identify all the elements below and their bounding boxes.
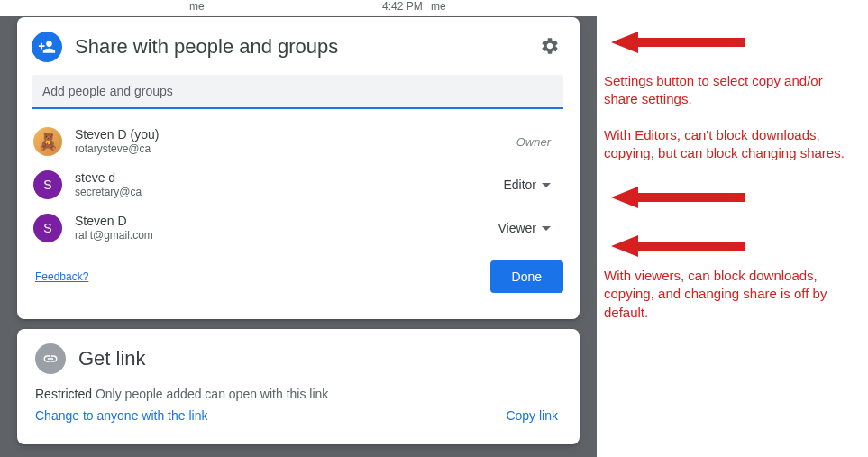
person-name: Steven D (you) — [75, 126, 516, 142]
person-name: steve d — [75, 169, 496, 186]
arrow-icon — [611, 233, 746, 260]
person-email: ral t@gmail.com — [75, 229, 490, 243]
copy-link-button[interactable]: Copy link — [506, 408, 558, 423]
svg-marker-1 — [611, 187, 745, 208]
role-selector-editor[interactable]: Editor — [496, 174, 558, 196]
person-name: Steven D — [75, 213, 490, 229]
settings-button[interactable] — [540, 36, 562, 58]
share-footer: Feedback? Done — [32, 260, 572, 293]
link-actions: Change to anyone with the link Copy link — [35, 408, 562, 423]
change-access-link[interactable]: Change to anyone with the link — [35, 408, 207, 423]
link-body: Restricted Only people added can open wi… — [35, 387, 562, 423]
person-row-viewer: S Steven D ral t@gmail.com Viewer — [32, 206, 572, 250]
add-people-row — [32, 75, 569, 109]
arrow-icon — [611, 29, 746, 56]
link-icon — [35, 343, 66, 374]
role-label: Editor — [503, 178, 536, 192]
avatar: 🧸 — [33, 127, 62, 156]
person-info: Steven D ral t@gmail.com — [75, 213, 490, 243]
arrow-icon — [611, 184, 746, 211]
person-email: secretary@ca — [75, 186, 496, 200]
svg-marker-0 — [611, 32, 745, 53]
person-row-owner: 🧸 Steven D (you) rotarysteve@ca Owner — [32, 120, 572, 163]
link-header: Get link — [35, 343, 562, 374]
background-email-row: me 4:42 PM me — [0, 0, 597, 16]
restricted-desc: Only people added can open with this lin… — [96, 387, 328, 401]
gear-icon — [540, 36, 560, 56]
person-email: rotarysteve@ca — [75, 142, 516, 157]
link-title: Get link — [78, 347, 562, 370]
bg-time: 4:42 PM — [382, 0, 423, 13]
share-dialog: Share with people and groups 🧸 Steven D … — [17, 17, 580, 319]
owner-label: Owner — [516, 135, 551, 149]
role-selector-viewer[interactable]: Viewer — [490, 217, 558, 239]
person-info: Steven D (you) rotarysteve@ca — [75, 126, 516, 157]
bg-me: me — [431, 0, 446, 13]
role-label: Viewer — [498, 221, 536, 235]
share-header: Share with people and groups — [32, 32, 572, 62]
annotation-editors: With Editors, can't block downloads, cop… — [604, 126, 865, 163]
avatar: S — [33, 170, 62, 199]
share-title: Share with people and groups — [75, 35, 540, 59]
person-info: steve d secretary@ca — [75, 169, 496, 200]
svg-marker-2 — [611, 235, 745, 257]
get-link-card: Get link Restricted Only people added ca… — [17, 329, 580, 444]
done-button[interactable]: Done — [490, 260, 563, 293]
feedback-link[interactable]: Feedback? — [35, 270, 88, 283]
restricted-label: Restricted — [35, 387, 92, 401]
bg-sender: me — [189, 0, 205, 13]
link-status: Restricted Only people added can open wi… — [35, 387, 562, 401]
person-add-icon — [32, 32, 62, 62]
chevron-down-icon — [542, 183, 551, 187]
annotation-settings: Settings button to select copy and/or sh… — [604, 72, 856, 109]
annotation-viewers: With viewers, can block downloads, copyi… — [604, 267, 865, 322]
add-people-input[interactable] — [32, 75, 563, 109]
person-row-editor: S steve d secretary@ca Editor — [32, 163, 572, 206]
avatar: S — [33, 214, 62, 242]
chevron-down-icon — [542, 226, 551, 231]
